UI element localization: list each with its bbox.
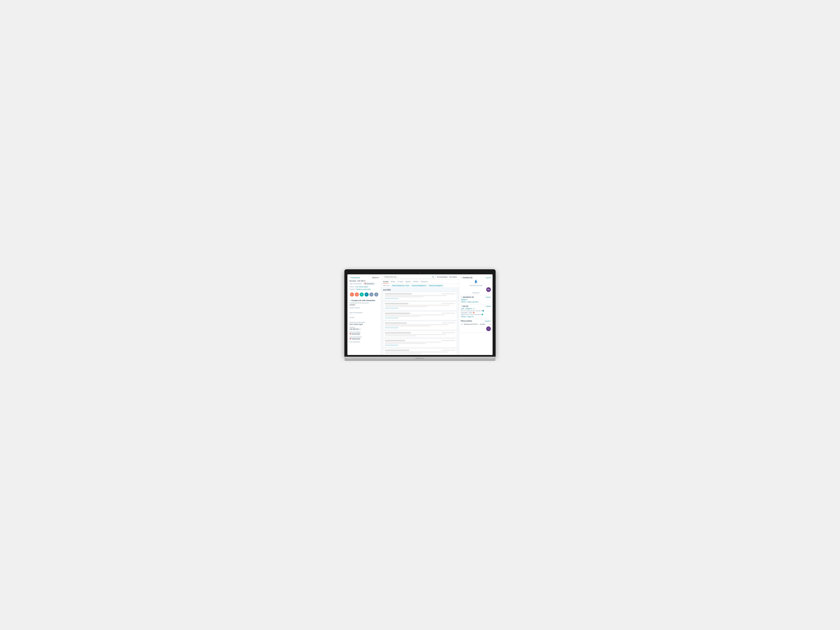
activity-body-4 xyxy=(385,324,448,325)
teams-filter-chip[interactable]: Toutes les équipes ▾ xyxy=(428,284,444,287)
calendar-button[interactable]: ▭ xyxy=(369,292,373,297)
operations-add-link[interactable]: + Ajouter xyxy=(485,296,491,298)
activity-body-6 xyxy=(385,342,441,343)
plus-icon: + xyxy=(366,294,367,295)
activity-body-3 xyxy=(385,314,445,316)
buyer-avatar: 👤 xyxy=(474,279,478,284)
edit-icon: ✏ xyxy=(351,294,353,295)
activity-date-3 xyxy=(442,313,455,314)
contacts-add-link[interactable]: + Ajouter xyxy=(485,277,491,278)
tab-taches[interactable]: Tâches xyxy=(413,280,418,284)
operations-caret-icon: ▼ xyxy=(461,296,462,298)
lots-section: ▼ lots (1) + Ajouter 2.02 - Citykot 2 - … xyxy=(459,304,493,319)
activity-body2-7 xyxy=(385,353,422,354)
buyer-role-label: Acquéreur principal xyxy=(461,284,491,286)
lot-item-name[interactable]: 2.02 - Citykot 2 - 1 xyxy=(461,308,491,309)
about-section-header[interactable]: ▼ À propos de cette transaction xyxy=(347,298,381,302)
more-avatar: + xyxy=(486,327,491,331)
operations-section: ▼ operations (1) + Ajouter Citykot 2 Aff… xyxy=(459,295,493,304)
deal-phase-link[interactable]: Acte notarié signé ▸ xyxy=(355,286,369,287)
action-icons-row: ✏ ✉ ✆ + ▭ xyxy=(347,292,381,297)
email-icon: ✉ xyxy=(356,294,357,295)
piece-jointe-close-button[interactable]: ✕ xyxy=(489,323,491,325)
amount-prop: Montant 146 800,00 € ✏ xyxy=(349,327,379,330)
activity-link-2[interactable] xyxy=(385,308,398,309)
activity-item xyxy=(383,348,457,355)
activity-link-4[interactable] xyxy=(385,327,398,328)
activity-body2-1 xyxy=(385,296,423,297)
deal-date-value[interactable]: 📅 26/04/2022 xyxy=(363,283,375,285)
phone-icon: ✆ xyxy=(361,294,362,295)
about-caret-icon: ▼ xyxy=(349,300,351,301)
activity-body2-4 xyxy=(385,325,431,327)
activity-date-7 xyxy=(442,350,455,351)
contacts-section-title: ▼ Contacts (2) xyxy=(461,277,472,278)
activity-date-6 xyxy=(442,340,455,341)
lots-add-link[interactable]: + Ajouter xyxy=(485,305,491,307)
owner-prop: Propriétaire de la transaction Jocelyn xyxy=(349,302,379,306)
typology-dot-icon xyxy=(473,312,474,313)
deal-pipeline-link[interactable]: Pipeline commercial ▸ xyxy=(356,289,371,290)
camera xyxy=(420,272,420,273)
collapse-all-button[interactable]: Tout réduire xyxy=(449,276,457,278)
activity-date-2 xyxy=(442,303,455,304)
back-to-transactions-link[interactable]: ‹ Transactions xyxy=(349,277,360,278)
deal-amount: Montant: 146 800 € xyxy=(349,280,379,282)
operations-section-header: ▼ operations (1) + Ajouter xyxy=(461,296,491,298)
pieces-jointes-add-button[interactable]: Ajouter ▾ xyxy=(485,320,491,322)
task-button[interactable]: ⊡ xyxy=(374,292,378,297)
activity-item xyxy=(383,311,457,320)
lots-show-more[interactable]: Afficher 1 objets lot xyxy=(461,316,491,317)
calendar-small-icon: 📅 xyxy=(364,283,366,284)
activity-body2-5 xyxy=(385,335,417,336)
left-panel-header: ‹ Transactions Actions ▾ xyxy=(347,276,381,280)
filter-bar: Filtrer par : Filtrer l'activité (12 / 1… xyxy=(381,284,459,287)
tab-appels[interactable]: Appels xyxy=(406,280,411,284)
users-filter-chip[interactable]: Tous les utilisateurs ▾ xyxy=(411,284,427,287)
pieces-jointes-header: Pièces jointes Ajouter ▾ xyxy=(461,320,491,322)
activity-link-1[interactable] xyxy=(385,298,398,299)
contacts-section: ▼ Contacts (2) + Ajouter 👤 Acquéreur pri… xyxy=(459,276,493,295)
screen-bezel: ‹ Transactions Actions ▾ Montant: 146 80… xyxy=(344,269,496,357)
middle-panel: 🔍 Tout développer Tout réduire Activité … xyxy=(381,274,459,355)
expand-all-button[interactable]: Tout développer xyxy=(437,276,448,278)
add-button[interactable]: + xyxy=(365,292,369,297)
left-panel: ‹ Transactions Actions ▾ Montant: 146 80… xyxy=(347,274,381,355)
email-button[interactable]: ✉ xyxy=(355,292,359,297)
activity-body-7 xyxy=(385,352,449,352)
operation-item-name[interactable]: Citykot 2 xyxy=(461,299,491,300)
search-input[interactable] xyxy=(385,276,431,278)
activity-body2-6 xyxy=(385,343,426,344)
priority-prop: Priorité — xyxy=(349,317,379,321)
tabs-bar: Activité Notes E-mails Appels Tâches xyxy=(381,280,459,284)
search-bar: 🔍 Tout développer Tout réduire xyxy=(381,274,459,280)
tab-reunions[interactable]: Réunions xyxy=(421,280,428,284)
activity-link-3[interactable] xyxy=(385,317,398,319)
search-icon: 🔍 xyxy=(432,276,434,278)
lot-statut-prop: Statut du lot: Sous compromis xyxy=(461,314,491,315)
phone-button[interactable]: ✆ xyxy=(360,292,364,297)
tab-notes[interactable]: Notes xyxy=(391,280,395,284)
laptop-base: MacBook Pro xyxy=(344,357,496,360)
activity-date-4 xyxy=(442,322,455,324)
partner-avatar: RC xyxy=(486,287,491,292)
actions-button[interactable]: Actions ▾ xyxy=(372,277,379,278)
activity-title-4 xyxy=(385,322,407,324)
search-input-wrapper: 🔍 xyxy=(383,275,436,278)
activity-date-1 xyxy=(442,293,455,294)
edit-button[interactable]: ✏ xyxy=(350,292,354,297)
cal-icon-small: 📅 xyxy=(349,333,351,335)
transaction-type-prop: Type de transaction — xyxy=(349,312,379,316)
right-panel: ▼ Contacts (2) + Ajouter 👤 Acquéreur pri… xyxy=(459,274,493,355)
lots-section-title: ▼ lots (1) xyxy=(461,305,468,307)
tab-emails[interactable]: E-mails xyxy=(398,280,403,284)
partner-role-label: Partenaire xyxy=(461,292,491,294)
tab-activite[interactable]: Activité xyxy=(383,280,388,284)
operations-show-more[interactable]: Afficher 1 objets operation xyxy=(461,301,491,303)
edit-amount-icon[interactable]: ✏ xyxy=(360,328,362,330)
activity-link-6[interactable] xyxy=(385,345,398,346)
activity-item xyxy=(383,331,457,338)
activity-filter-chip[interactable]: Filtrer l'activité (12 / 12) ▾ xyxy=(392,284,410,287)
activity-body-5 xyxy=(385,334,446,335)
activity-title-3 xyxy=(385,313,410,314)
